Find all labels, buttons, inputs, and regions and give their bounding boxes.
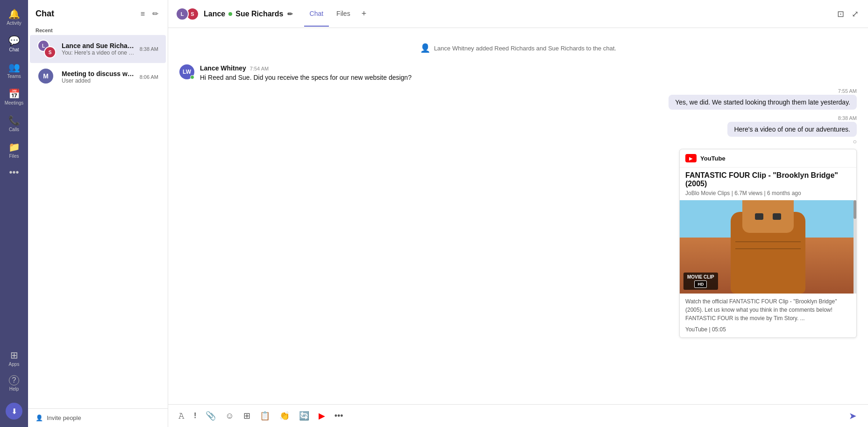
message-header-1: Lance Whitney 7:54 AM: [200, 64, 857, 72]
chat-list-panel: Chat ≡ ✏ Recent L S Lance and Sue Richar…: [28, 0, 168, 427]
youtube-logo-icon: ▶: [685, 154, 697, 162]
new-chat-button[interactable]: ✏: [150, 7, 160, 20]
messages-area[interactable]: 👤 Lance Whitney added Reed Richards and …: [168, 28, 868, 404]
chat-nav-icon: 💬: [8, 35, 20, 46]
message-sender-1: Lance Whitney: [200, 64, 246, 72]
youtube-thumbnail: MOVIE CLIP HD: [680, 200, 856, 294]
chat-item-time-2: 8:06 AM: [140, 74, 158, 80]
message-content-1: Lance Whitney 7:54 AM Hi Reed and Sue. D…: [200, 64, 857, 83]
participant2-name: Sue Richards: [235, 10, 283, 18]
nav-more-button[interactable]: •••: [5, 163, 22, 182]
more-options-button[interactable]: •••: [332, 409, 346, 423]
nav-label-help: Help: [9, 386, 19, 392]
chat-header: L S Lance Sue Richards ✏ Chat Files + ⊡ …: [168, 0, 868, 28]
nav-bottom: ⊞ Apps ? Help ⬇: [2, 345, 26, 423]
hd-badge: HD: [694, 280, 707, 288]
send-button[interactable]: ➤: [845, 408, 861, 423]
nav-item-meetings[interactable]: 📅 Meetings: [0, 84, 28, 109]
calls-icon: 📞: [8, 115, 20, 126]
nav-item-files[interactable]: 📁 Files: [0, 138, 28, 162]
chat-toolbar: 𝙰 ! 📎 ☺ ⊞ 📋 👏 🔄 ▶ ••• ➤: [168, 404, 868, 427]
nav-item-teams[interactable]: 👥 Teams: [0, 58, 28, 83]
avatar-meeting: M: [37, 68, 54, 84]
chat-item-info-1: Lance and Sue Richards You: Here's a vid…: [62, 42, 136, 56]
sender-online-indicator: [190, 75, 194, 79]
add-tab-button[interactable]: +: [358, 9, 370, 19]
chat-item-time-1: 8:38 AM: [140, 46, 158, 52]
chat-item-name-1: Lance and Sue Richards: [62, 42, 136, 49]
right-text-2: Yes, we did. We started looking through …: [675, 98, 850, 106]
chat-item-lance-sue[interactable]: L S Lance and Sue Richards You: Here's a…: [30, 35, 166, 63]
files-icon: 📁: [8, 141, 20, 153]
system-icon: 👤: [420, 43, 430, 53]
message-row-3: 8:38 AM Here's a video of one of our adv…: [168, 113, 868, 340]
youtube-card-title: FANTASTIC FOUR Clip - "Brooklyn Bridge" …: [680, 168, 856, 190]
window-button[interactable]: ⊡: [835, 7, 846, 21]
message-status-icon: ○: [853, 138, 857, 145]
emoji-button[interactable]: ☺: [222, 409, 236, 423]
right-text-3: Here's a video of one of our adventures.: [734, 126, 850, 133]
nav-item-apps[interactable]: ⊞ Apps: [2, 346, 26, 371]
right-time-2: 7:55 AM: [669, 88, 857, 94]
recent-section-label: Recent: [28, 24, 168, 35]
tab-chat[interactable]: Chat: [304, 1, 329, 27]
movie-clip-badge: MOVIE CLIP HD: [683, 273, 718, 290]
tab-files[interactable]: Files: [331, 1, 356, 27]
nav-sidebar: 🔔 Activity 💬 Chat 👥 Teams 📅 Meetings 📞 C…: [0, 0, 28, 427]
invite-icon: 👤: [36, 414, 43, 421]
chat-item-meeting[interactable]: M Meeting to discuss website User added …: [30, 63, 166, 91]
nav-label-files: Files: [9, 154, 19, 159]
teams-icon: 👥: [8, 62, 20, 73]
system-message-text: Lance Whitney added Reed Richards and Su…: [434, 45, 616, 52]
right-message-3: 8:38 AM Here's a video of one of our adv…: [679, 115, 857, 338]
chat-list-actions: ≡ ✏: [139, 7, 160, 20]
edit-participants-icon[interactable]: ✏: [287, 10, 293, 18]
message-time-1: 7:54 AM: [250, 66, 269, 71]
system-message: 👤 Lance Whitney added Reed Richards and …: [168, 39, 868, 57]
chat-avatar-group-1: L S: [37, 40, 56, 58]
header-avatar-lance: L: [176, 7, 189, 21]
nav-label-chat: Chat: [9, 47, 19, 52]
right-bubble-2: 7:55 AM Yes, we did. We started looking …: [669, 88, 857, 110]
chat-right-actions: ⊡ ⤢: [835, 7, 861, 21]
youtube-card-meta: JoBlo Movie Clips | 6.7M views | 6 month…: [680, 190, 856, 200]
message-row-2: 7:55 AM Yes, we did. We started looking …: [168, 86, 868, 112]
chat-tabs: Chat Files +: [304, 1, 370, 27]
youtube-card[interactable]: ▶ YouTube FANTASTIC FOUR Clip - "Brookly…: [679, 149, 857, 338]
youtube-card-description: Watch the official FANTASTIC FOUR Clip -…: [680, 294, 856, 326]
meetings-icon: 📅: [8, 88, 20, 99]
nav-item-help[interactable]: ? Help: [2, 371, 26, 395]
nav-item-calls[interactable]: 📞 Calls: [0, 111, 28, 136]
message-avatar-lw: LW: [179, 64, 194, 79]
youtube-card-header: ▶ YouTube: [680, 149, 856, 168]
right-time-3: 8:38 AM: [838, 115, 857, 121]
message-text-1: Hi Reed and Sue. Did you receive the spe…: [200, 73, 857, 83]
header-avatars: L S: [176, 7, 199, 21]
loop-button[interactable]: 🔄: [296, 409, 312, 423]
schedule-button[interactable]: 📋: [257, 409, 273, 423]
nav-item-activity[interactable]: 🔔 Activity: [0, 5, 28, 29]
sticker-button[interactable]: ⊞: [241, 409, 253, 423]
chat-item-preview-1: You: Here's a video of one of our advent…: [62, 49, 136, 56]
praise-button[interactable]: 👏: [277, 409, 292, 423]
filter-button[interactable]: ≡: [139, 7, 147, 20]
message-row-1: LW Lance Whitney 7:54 AM Hi Reed and Sue…: [168, 63, 868, 84]
badge-text: MOVIE CLIP: [687, 274, 714, 280]
nav-item-chat[interactable]: 💬 Chat: [0, 31, 28, 56]
attach-button[interactable]: 📎: [203, 409, 219, 423]
expand-button[interactable]: ⤢: [850, 7, 861, 21]
nav-label-calls: Calls: [9, 127, 19, 132]
chat-header-names: Lance Sue Richards ✏: [204, 10, 293, 18]
nav-label-meetings: Meetings: [5, 100, 24, 105]
format-button[interactable]: 𝙰: [176, 409, 187, 423]
chat-avatar-group-2: M: [37, 68, 56, 86]
apps-icon: ⊞: [10, 350, 18, 361]
chat-item-info-2: Meeting to discuss website User added: [62, 70, 136, 84]
right-bubble-content-3: Here's a video of one of our adventures.: [727, 122, 857, 137]
avatar-sue: S: [44, 46, 56, 58]
youtube-brand-name: YouTube: [700, 155, 726, 162]
youtube-button[interactable]: ▶: [316, 409, 328, 423]
important-button[interactable]: !: [191, 410, 199, 422]
invite-people-button[interactable]: 👤 Invite people: [28, 408, 168, 427]
download-button[interactable]: ⬇: [2, 399, 26, 423]
